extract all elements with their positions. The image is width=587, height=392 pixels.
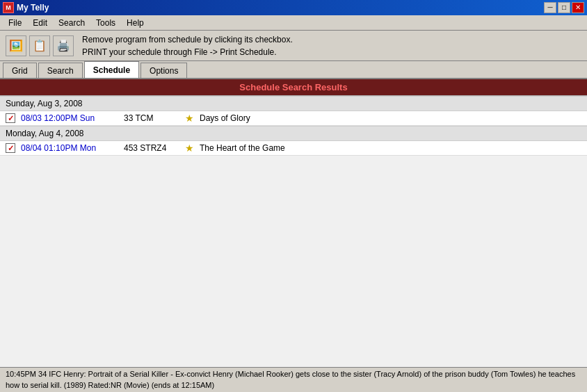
toolbar-instruction: Remove program from schedule by clicking…: [82, 33, 293, 58]
main-content: Schedule Search Results Sunday, Aug 3, 2…: [0, 79, 587, 367]
toolbar-line2: PRINT your schedule through File -> Prin…: [82, 46, 293, 58]
status-text: 10:45PM 34 IFC Henry: Portrait of a Seri…: [6, 369, 581, 391]
tab-bar: Grid Search Schedule Options: [0, 61, 587, 79]
empty-area: [0, 156, 587, 367]
schedule-row-1: 08/03 12:00PM Sun 33 TCM ★ Days of Glory: [0, 111, 587, 126]
menu-help[interactable]: Help: [121, 17, 150, 29]
checkbox-2[interactable]: [6, 143, 15, 153]
show-title-1: Days of Glory: [200, 113, 250, 123]
window-title: My Telly: [17, 3, 49, 13]
menu-file[interactable]: File: [3, 17, 27, 29]
tab-schedule[interactable]: Schedule: [84, 61, 139, 78]
day-header-monday: Monday, Aug 4, 2008: [0, 126, 587, 141]
toolbar-icon-2[interactable]: 📋: [29, 35, 50, 56]
channel-1: 33 TCM: [124, 113, 179, 123]
menu-edit[interactable]: Edit: [27, 17, 53, 29]
channel-2: 453 STRZ4: [124, 143, 179, 153]
title-bar-buttons: ─ □ ✕: [544, 2, 584, 13]
minimize-button[interactable]: ─: [544, 2, 556, 13]
star-icon-1: ★: [185, 113, 194, 124]
tab-options[interactable]: Options: [140, 63, 187, 78]
title-bar: M My Telly ─ □ ✕: [0, 0, 587, 15]
checkbox-1[interactable]: [6, 113, 15, 123]
toolbar-icon-1[interactable]: 🖼️: [6, 35, 26, 56]
schedule-header: Schedule Search Results: [0, 79, 587, 96]
menu-bar: File Edit Search Tools Help: [0, 15, 587, 31]
datetime-2: 08/04 01:10PM Mon: [21, 143, 118, 153]
maximize-button[interactable]: □: [558, 2, 570, 13]
toolbar-line1: Remove program from schedule by clicking…: [82, 33, 293, 46]
day-header-sunday: Sunday, Aug 3, 2008: [0, 96, 587, 111]
tab-search[interactable]: Search: [38, 63, 83, 78]
menu-tools[interactable]: Tools: [90, 17, 121, 29]
tab-grid[interactable]: Grid: [3, 63, 37, 78]
menu-search[interactable]: Search: [53, 17, 90, 29]
schedule-row-2: 08/04 01:10PM Mon 453 STRZ4 ★ The Heart …: [0, 141, 587, 156]
datetime-1: 08/03 12:00PM Sun: [21, 113, 118, 123]
show-title-2: The Heart of the Game: [200, 143, 285, 153]
star-icon-2: ★: [185, 142, 194, 154]
close-button[interactable]: ✕: [572, 2, 584, 13]
title-bar-left: M My Telly: [3, 2, 49, 13]
status-bar: 10:45PM 34 IFC Henry: Portrait of a Seri…: [0, 367, 587, 392]
toolbar: 🖼️ 📋 🖨️ Remove program from schedule by …: [0, 31, 587, 61]
toolbar-icon-print[interactable]: 🖨️: [53, 35, 74, 56]
app-icon: M: [3, 2, 14, 13]
